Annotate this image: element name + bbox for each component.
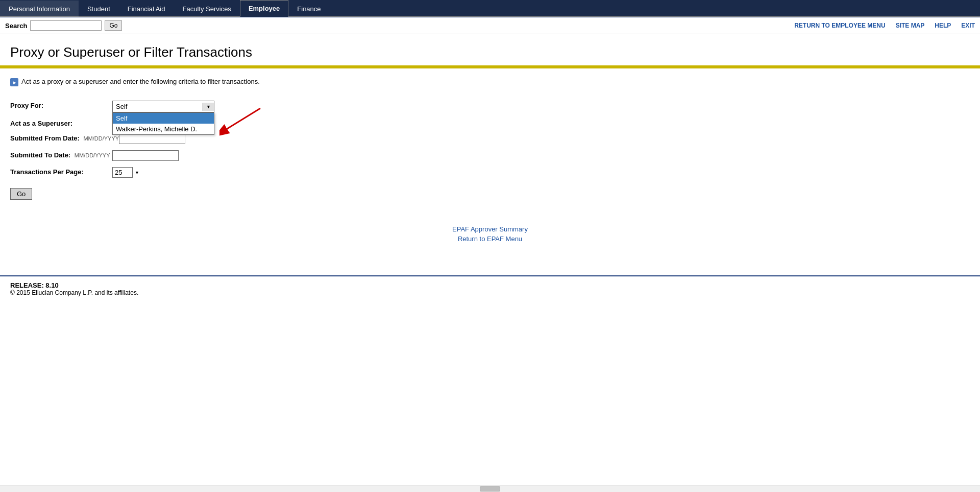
- submitted-from-label: Submitted From Date: MM/DD/YYYY: [10, 133, 119, 142]
- proxy-for-option-list: Self Walker-Perkins, Michelle D.: [112, 112, 214, 135]
- proxy-option-walker-perkins[interactable]: Walker-Perkins, Michelle D.: [113, 124, 214, 134]
- page-title: Proxy or Superuser or Filter Transaction…: [0, 34, 980, 65]
- site-map-link[interactable]: SITE MAP: [896, 22, 925, 29]
- proxy-for-selected-value: Self: [113, 101, 203, 112]
- epaf-approver-summary-link[interactable]: EPAF Approver Summary: [0, 225, 980, 233]
- proxy-option-self[interactable]: Self: [113, 113, 214, 124]
- proxy-for-dropdown-arrow[interactable]: [203, 103, 214, 111]
- tab-financial-aid[interactable]: Financial Aid: [119, 1, 174, 17]
- second-toolbar: Search Go RETURN TO EMPLOYEE MENU SITE M…: [0, 17, 980, 34]
- return-to-employee-menu-link[interactable]: RETURN TO EMPLOYEE MENU: [794, 22, 885, 29]
- links-section: EPAF Approver Summary Return to EPAF Men…: [0, 210, 980, 255]
- proxy-for-label: Proxy For:: [10, 101, 112, 109]
- transactions-per-page-select[interactable]: 25 ▼: [112, 167, 139, 178]
- tab-finance[interactable]: Finance: [288, 1, 329, 17]
- transactions-per-page-row: Transactions Per Page: 25 ▼: [10, 167, 970, 178]
- gold-divider: [0, 65, 980, 68]
- submitted-from-row: Submitted From Date: MM/DD/YYYY: [10, 133, 970, 144]
- info-icon: ▸: [10, 78, 18, 86]
- tab-employee[interactable]: Employee: [240, 0, 288, 17]
- proxy-for-row: Proxy For: Self Self Walker-Perkins, Mic…: [10, 101, 970, 112]
- submitted-from-input[interactable]: [119, 133, 185, 144]
- help-link[interactable]: HELP: [935, 22, 951, 29]
- tab-student[interactable]: Student: [79, 1, 119, 17]
- exit-link[interactable]: EXIT: [961, 22, 975, 29]
- submitted-to-input[interactable]: [112, 150, 179, 161]
- proxy-for-dropdown[interactable]: Self Self Walker-Perkins, Michelle D.: [112, 101, 214, 112]
- form-go-button-row: Go: [10, 184, 970, 200]
- tab-personal-information[interactable]: Personal Information: [0, 1, 79, 17]
- superuser-label: Act as a Superuser:: [10, 119, 112, 127]
- search-label: Search: [5, 22, 27, 30]
- search-input[interactable]: [30, 20, 102, 31]
- info-message-text: Act as a proxy or a superuser and enter …: [21, 78, 260, 85]
- transactions-per-page-label: Transactions Per Page:: [10, 167, 112, 176]
- copyright-info: © 2015 Ellucian Company L.P. and its aff…: [10, 289, 970, 296]
- form-go-button[interactable]: Go: [10, 188, 32, 200]
- search-go-button[interactable]: Go: [105, 20, 122, 31]
- return-to-epaf-link[interactable]: Return to EPAF Menu: [0, 235, 980, 243]
- tab-faculty-services[interactable]: Faculty Services: [174, 1, 240, 17]
- release-info: RELEASE: 8.10: [10, 282, 970, 289]
- top-navigation: Personal Information Student Financial A…: [0, 0, 980, 16]
- submitted-to-row: Submitted To Date: MM/DD/YYYY: [10, 150, 970, 161]
- filter-form: Proxy For: Self Self Walker-Perkins, Mic…: [0, 90, 980, 210]
- info-message-row: ▸ Act as a proxy or a superuser and ente…: [0, 74, 980, 90]
- transactions-per-page-arrow[interactable]: ▼: [135, 170, 139, 175]
- transactions-per-page-value: 25: [112, 167, 133, 178]
- footer: RELEASE: 8.10 © 2015 Ellucian Company L.…: [0, 275, 980, 301]
- submitted-to-label: Submitted To Date: MM/DD/YYYY: [10, 150, 112, 159]
